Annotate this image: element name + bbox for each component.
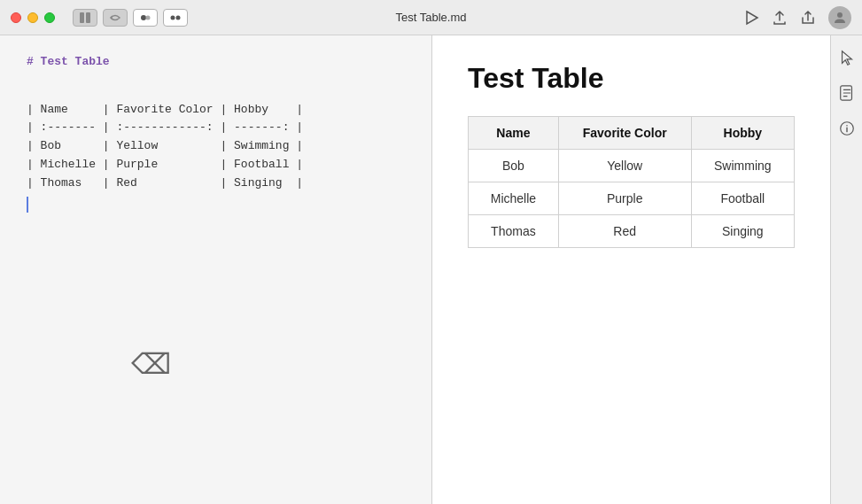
cell-name-3: Thomas [469, 215, 559, 248]
sync-button[interactable] [103, 9, 128, 27]
preview-panel: Test Table Name Favorite Color Hobby Bob… [432, 35, 830, 504]
editor-line-4: | Michelle | Purple | Football | [27, 156, 405, 174]
editor-line-5: | Thomas | Red | Singing | [27, 174, 405, 193]
cell-color-3: Red [558, 215, 691, 248]
cell-hobby-1: Swimming [691, 150, 794, 182]
table-header-row: Name Favorite Color Hobby [469, 117, 795, 150]
text-cursor [27, 197, 28, 213]
table-row: Bob Yellow Swimming [469, 150, 795, 182]
svg-rect-1 [86, 12, 90, 23]
layout-toggle-button[interactable] [73, 9, 97, 27]
title-bar-actions [743, 6, 851, 29]
view-toggle-button[interactable] [133, 9, 158, 27]
svg-point-5 [176, 15, 181, 19]
title-bar-left [11, 9, 223, 27]
editor-panel[interactable]: # Test Table | Name | Favorite Color | H… [0, 35, 432, 504]
cell-color-1: Yellow [558, 150, 691, 182]
svg-point-10 [846, 125, 847, 126]
cell-name-2: Michelle [469, 182, 559, 215]
svg-point-2 [141, 15, 146, 20]
editor-content: # Test Table | Name | Favorite Color | H… [27, 53, 405, 213]
toolbar-icons [73, 9, 188, 27]
svg-point-3 [146, 15, 151, 19]
preview-table: Name Favorite Color Hobby Bob Yellow Swi… [468, 116, 795, 248]
table-row: Michelle Purple Football [469, 182, 795, 215]
minimize-button[interactable] [27, 12, 38, 23]
upload-icon[interactable] [772, 10, 788, 26]
editor-line-2: | :------- | :------------: | -------: | [27, 119, 405, 137]
cell-name-1: Bob [469, 150, 559, 182]
info-sidebar-icon[interactable] [837, 119, 857, 138]
editor-line-1: | Name | Favorite Color | Hobby | [27, 101, 405, 120]
svg-point-4 [171, 15, 175, 19]
avatar[interactable] [828, 6, 851, 29]
editor-line-3: | Bob | Yellow | Swimming | [27, 137, 405, 156]
maximize-button[interactable] [44, 12, 55, 23]
cursor-sidebar-icon[interactable] [837, 48, 857, 67]
play-icon[interactable] [743, 10, 759, 26]
close-button[interactable] [11, 12, 21, 23]
table-row: Thomas Red Singing [469, 215, 795, 248]
window-title: Test Table.md [396, 11, 467, 24]
right-sidebar [830, 35, 862, 504]
i-beam-cursor: ⌫ [131, 347, 171, 381]
share-icon[interactable] [800, 10, 816, 26]
cell-hobby-3: Singing [691, 215, 794, 248]
document-sidebar-icon[interactable] [837, 83, 857, 103]
dual-view-button[interactable] [163, 9, 188, 27]
col-header-name: Name [469, 117, 559, 150]
svg-point-7 [837, 12, 843, 18]
editor-heading: # Test Table [27, 53, 405, 72]
traffic-lights [11, 12, 55, 23]
cell-hobby-2: Football [691, 182, 794, 215]
preview-title: Test Table [468, 62, 795, 95]
svg-marker-6 [747, 12, 757, 24]
main-area: # Test Table | Name | Favorite Color | H… [0, 35, 862, 504]
cell-color-2: Purple [558, 182, 691, 215]
svg-rect-0 [80, 12, 84, 23]
col-header-color: Favorite Color [558, 117, 691, 150]
title-bar: Test Table.md [0, 0, 862, 35]
col-header-hobby: Hobby [691, 117, 794, 150]
title-text: Test Table.md [396, 11, 467, 24]
cursor-line [27, 197, 405, 213]
